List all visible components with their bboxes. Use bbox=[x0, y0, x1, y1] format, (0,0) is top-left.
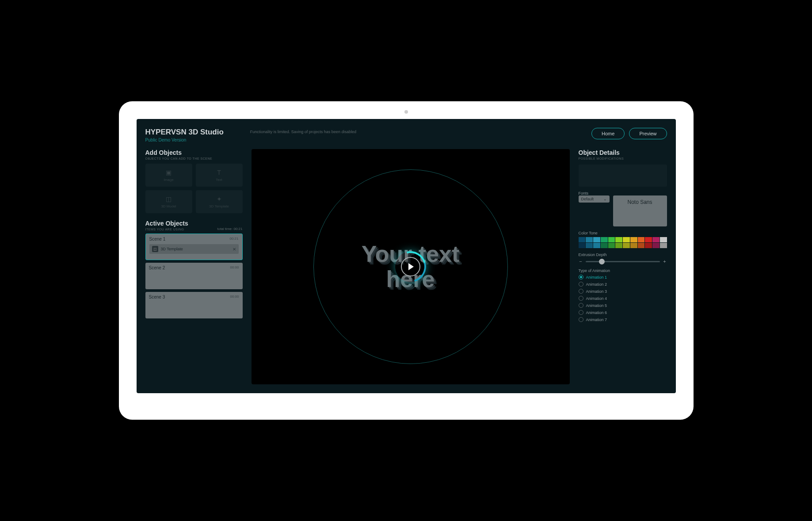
template-item-icon: ◫ bbox=[152, 246, 158, 252]
active-header: Active Objects ITEMS YOU ARE USING total… bbox=[145, 220, 243, 231]
add-image-label: Image bbox=[164, 178, 173, 182]
scene-2[interactable]: Scene 2 00:00 bbox=[145, 263, 243, 289]
add-objects-title: Add Objects bbox=[145, 149, 243, 156]
color-swatch-1[interactable] bbox=[586, 237, 593, 242]
animation-label: Animation 3 bbox=[586, 289, 607, 294]
color-swatch-23[interactable] bbox=[660, 243, 667, 248]
slider-thumb[interactable] bbox=[599, 259, 605, 264]
depth-section: Extrusion Depth − + bbox=[579, 253, 667, 264]
animation-option-7[interactable]: Animation 7 bbox=[579, 317, 667, 322]
color-swatch-3[interactable] bbox=[601, 237, 608, 242]
animation-option-3[interactable]: Animation 3 bbox=[579, 289, 667, 294]
animation-label: Animation 6 bbox=[586, 310, 607, 315]
limitation-notice: Functionality is limited. Saving of proj… bbox=[224, 128, 591, 134]
color-swatch-0[interactable] bbox=[579, 237, 586, 242]
active-objects-section: Active Objects ITEMS YOU ARE USING total… bbox=[145, 220, 243, 318]
radio-icon bbox=[579, 303, 583, 308]
color-swatch-11[interactable] bbox=[660, 237, 667, 242]
fonts-section: Fonts Default ⌄ Noto Sans bbox=[579, 191, 667, 226]
scene-3-time: 00:00 bbox=[230, 295, 239, 299]
canvas-viewport[interactable]: Your text here bbox=[252, 149, 570, 384]
color-swatch-2[interactable] bbox=[593, 237, 600, 242]
color-swatch-21[interactable] bbox=[645, 243, 652, 248]
color-swatch-17[interactable] bbox=[615, 243, 622, 248]
font-select[interactable]: Default ⌄ bbox=[579, 195, 610, 203]
color-swatch-10[interactable] bbox=[652, 237, 660, 242]
color-swatch-13[interactable] bbox=[586, 243, 593, 248]
animation-option-6[interactable]: Animation 6 bbox=[579, 310, 667, 315]
active-objects-subtitle: ITEMS YOU ARE USING bbox=[145, 228, 188, 231]
radio-icon bbox=[579, 282, 583, 287]
color-swatch-8[interactable] bbox=[638, 237, 645, 242]
color-swatch-22[interactable] bbox=[652, 243, 660, 248]
add-model-label: 3D Model bbox=[161, 204, 176, 208]
scenes-list: Scene 1 00:21 ◫ 3D Template ✕ Scen bbox=[145, 234, 243, 318]
cube-icon: ◫ bbox=[166, 195, 172, 203]
play-button[interactable] bbox=[395, 251, 426, 282]
chevron-down-icon: ⌄ bbox=[603, 197, 607, 201]
scene-1-time: 00:21 bbox=[229, 237, 238, 241]
add-model-button[interactable]: ◫ 3D Model bbox=[145, 190, 192, 213]
scene-1-item-label: 3D Template bbox=[161, 247, 230, 251]
header-actions: Home Preview bbox=[591, 128, 667, 139]
depth-slider[interactable] bbox=[586, 261, 660, 262]
color-swatch-18[interactable] bbox=[623, 243, 630, 248]
active-objects-title: Active Objects bbox=[145, 220, 188, 227]
font-selected: Default bbox=[581, 197, 594, 201]
color-swatch-20[interactable] bbox=[638, 243, 645, 248]
animation-list: Animation 1Animation 2Animation 3Animati… bbox=[579, 275, 667, 322]
animation-section: Type of Animation Animation 1Animation 2… bbox=[579, 268, 667, 322]
scene-1-name: Scene 1 bbox=[149, 237, 166, 241]
right-panel: Object Details POSSIBLE MODIFICATIONS Fo… bbox=[579, 149, 667, 384]
main-layout: Add Objects OBJECTS YOU CAN ADD TO THE S… bbox=[145, 149, 667, 384]
text-icon: T bbox=[217, 169, 221, 176]
close-icon[interactable]: ✕ bbox=[233, 247, 236, 252]
preview-button[interactable]: Preview bbox=[629, 128, 667, 139]
color-swatch-16[interactable] bbox=[608, 243, 615, 248]
scene-1-item[interactable]: ◫ 3D Template ✕ bbox=[149, 244, 239, 254]
brand: HYPERVSN 3D Studio Public Demo Version bbox=[145, 128, 224, 142]
app-subtitle: Public Demo Version bbox=[145, 138, 224, 142]
object-preview-box bbox=[579, 165, 667, 187]
scene-2-name: Scene 2 bbox=[149, 265, 165, 270]
scene-3-name: Scene 3 bbox=[149, 295, 165, 299]
animation-option-4[interactable]: Animation 4 bbox=[579, 296, 667, 301]
top-bar: HYPERVSN 3D Studio Public Demo Version F… bbox=[145, 128, 667, 142]
font-preview[interactable]: Noto Sans bbox=[613, 195, 667, 226]
color-swatch-5[interactable] bbox=[615, 237, 622, 242]
color-label: Color Tone bbox=[579, 231, 667, 235]
color-section: Color Tone bbox=[579, 231, 667, 248]
color-swatch-19[interactable] bbox=[630, 243, 637, 248]
color-swatch-4[interactable] bbox=[608, 237, 615, 242]
animation-label: Animation 1 bbox=[586, 275, 607, 280]
animation-option-2[interactable]: Animation 2 bbox=[579, 282, 667, 287]
animation-label: Animation 4 bbox=[586, 296, 607, 301]
minus-icon[interactable]: − bbox=[579, 259, 583, 264]
laptop-frame: HYPERVSN 3D Studio Public Demo Version F… bbox=[119, 101, 694, 420]
plus-icon[interactable]: + bbox=[663, 259, 667, 264]
animation-label: Type of Animation bbox=[579, 268, 667, 273]
color-swatch-7[interactable] bbox=[630, 237, 637, 242]
animation-option-5[interactable]: Animation 5 bbox=[579, 303, 667, 308]
color-swatch-9[interactable] bbox=[645, 237, 652, 242]
animation-option-1[interactable]: Animation 1 bbox=[579, 275, 667, 280]
add-objects-section: Add Objects OBJECTS YOU CAN ADD TO THE S… bbox=[145, 149, 243, 213]
fonts-label: Fonts bbox=[579, 191, 667, 195]
color-swatch-12[interactable] bbox=[579, 243, 586, 248]
details-header: Object Details POSSIBLE MODIFICATIONS bbox=[579, 149, 667, 160]
scene-1[interactable]: Scene 1 00:21 ◫ 3D Template ✕ bbox=[145, 234, 243, 260]
add-text-button[interactable]: T Text bbox=[196, 164, 243, 187]
radio-icon bbox=[579, 289, 583, 294]
animation-label: Animation 5 bbox=[586, 303, 607, 308]
add-image-button[interactable]: ▣ Image bbox=[145, 164, 192, 187]
add-template-button[interactable]: ✦ 3D Template bbox=[196, 190, 243, 213]
radio-icon bbox=[579, 296, 583, 301]
depth-label: Extrusion Depth bbox=[579, 253, 667, 257]
color-swatch-6[interactable] bbox=[623, 237, 630, 242]
details-title: Object Details bbox=[579, 149, 667, 156]
color-swatch-14[interactable] bbox=[593, 243, 600, 248]
home-button[interactable]: Home bbox=[591, 128, 625, 139]
scene-3[interactable]: Scene 3 00:00 bbox=[145, 292, 243, 318]
color-swatches bbox=[579, 237, 667, 248]
color-swatch-15[interactable] bbox=[601, 243, 608, 248]
